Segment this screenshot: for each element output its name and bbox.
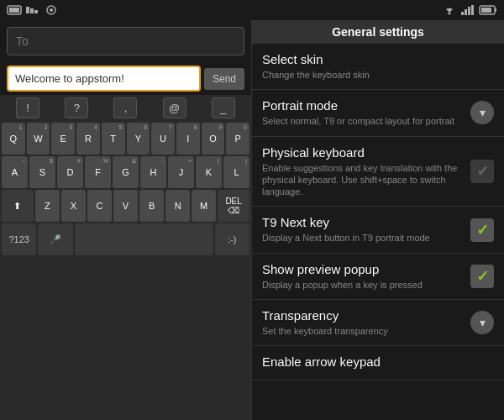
key-r[interactable]: 4R: [76, 123, 100, 155]
key-n[interactable]: N: [165, 190, 190, 222]
physical-keyboard-desc: Enable suggestions and key translation w…: [262, 162, 464, 198]
svg-rect-14: [481, 8, 491, 13]
wifi-icon: [442, 4, 457, 16]
portrait-mode-desc: Select normal, T9 or compact layout for …: [262, 115, 464, 127]
settings-item-portrait-mode[interactable]: Portrait mode Select normal, T9 or compa…: [252, 90, 504, 136]
key-k[interactable]: (K: [196, 156, 222, 188]
status-icon-3: [44, 4, 59, 16]
send-button[interactable]: Send: [204, 68, 244, 90]
settings-item-select-skin[interactable]: Select skin Change the keyboard skin: [252, 44, 504, 90]
svg-rect-13: [495, 8, 496, 12]
key-s[interactable]: $S: [29, 156, 55, 188]
special-keys-row: ! ? , @ _: [0, 95, 251, 121]
key-h[interactable]: -H: [140, 156, 166, 188]
key-e[interactable]: 3E: [51, 123, 75, 155]
key-at[interactable]: @: [163, 97, 186, 118]
battery-icon: [479, 4, 497, 16]
key-row-3: ⬆ Z X C V B N M DEL⌫: [2, 190, 249, 222]
settings-item-transparency[interactable]: Transparency Set the keyboard transparen…: [252, 300, 504, 346]
key-exclaim[interactable]: !: [16, 97, 39, 118]
transparency-desc: Set the keyboard transparency: [262, 325, 464, 337]
status-bar-right-icons: [442, 4, 497, 16]
delete-key[interactable]: DEL⌫: [218, 190, 249, 222]
key-j[interactable]: +J: [168, 156, 194, 188]
show-preview-popup-title: Show preview popup: [262, 262, 464, 276]
settings-header: General settings: [252, 20, 504, 44]
svg-rect-4: [34, 10, 38, 13]
right-panel: General settings Select skin Change the …: [252, 20, 504, 420]
key-z[interactable]: Z: [35, 190, 60, 222]
key-i[interactable]: 8I: [176, 123, 200, 155]
select-skin-desc: Change the keyboard skin: [262, 69, 494, 81]
main-content: Send ! ? , @ _ 1Q 2W 3E 4R 5T 6Y 7U 8I 9…: [0, 20, 504, 420]
svg-rect-9: [465, 9, 467, 15]
t9-next-key-checkbox[interactable]: ✓: [470, 218, 494, 242]
key-o[interactable]: 9O: [202, 123, 225, 155]
emoji-key[interactable]: :-): [215, 223, 249, 255]
portrait-mode-dropdown[interactable]: ▾: [470, 101, 494, 124]
transparency-dropdown[interactable]: ▾: [470, 311, 494, 334]
key-b[interactable]: B: [139, 190, 164, 222]
key-p[interactable]: 0P: [226, 123, 249, 155]
svg-point-6: [50, 8, 53, 12]
svg-rect-1: [9, 8, 19, 13]
key-a[interactable]: ~A: [2, 156, 28, 188]
message-input[interactable]: [7, 66, 201, 92]
transparency-title: Transparency: [262, 308, 464, 323]
key-row-2: ~A $S #D %F &G -H +J (K )L: [2, 156, 249, 188]
key-v[interactable]: V: [113, 190, 138, 222]
key-u[interactable]: 7U: [151, 123, 175, 155]
status-icon-2: [25, 4, 40, 16]
signal-icon: [460, 4, 475, 16]
status-bar-left-icons: [7, 4, 59, 16]
enable-arrow-keypad-title: Enable arrow keypad: [262, 354, 494, 369]
key-underscore[interactable]: _: [212, 97, 235, 118]
left-panel: Send ! ? , @ _ 1Q 2W 3E 4R 5T 6Y 7U 8I 9…: [0, 20, 252, 420]
key-question[interactable]: ?: [65, 97, 88, 118]
svg-rect-3: [30, 8, 34, 13]
physical-keyboard-checkbox[interactable]: ✓: [470, 160, 494, 183]
settings-item-physical-keyboard[interactable]: Physical keyboard Enable suggestions and…: [252, 137, 504, 207]
svg-rect-2: [26, 7, 29, 13]
key-l[interactable]: )L: [223, 156, 249, 188]
t9-next-key-title: T9 Next key: [262, 215, 464, 229]
key-row-4: ?123 🎤 :-): [2, 223, 249, 255]
key-w[interactable]: 2W: [27, 123, 50, 155]
t9-next-key-desc: Display a Next button in T9 portrait mod…: [262, 232, 464, 244]
keyboard: 1Q 2W 3E 4R 5T 6Y 7U 8I 9O 0P ~A $S #D %…: [0, 121, 251, 420]
portrait-mode-title: Portrait mode: [262, 98, 464, 113]
select-skin-title: Select skin: [262, 52, 494, 66]
key-t[interactable]: 5T: [102, 123, 125, 155]
key-f[interactable]: %F: [85, 156, 111, 188]
physical-keyboard-title: Physical keyboard: [262, 145, 464, 160]
svg-point-7: [449, 13, 451, 15]
message-area: Send: [0, 62, 251, 95]
space-key[interactable]: [75, 223, 213, 255]
key-c[interactable]: C: [87, 190, 112, 222]
settings-item-show-preview-popup[interactable]: Show preview popup Display a popup when …: [252, 254, 504, 300]
key-comma[interactable]: ,: [113, 97, 137, 118]
key-g[interactable]: &G: [113, 156, 139, 188]
key-row-1: 1Q 2W 3E 4R 5T 6Y 7U 8I 9O 0P: [2, 123, 249, 155]
key-q[interactable]: 1Q: [2, 123, 25, 155]
show-preview-popup-checkbox[interactable]: ✓: [470, 265, 494, 288]
to-input[interactable]: [7, 27, 244, 55]
settings-item-t9-next-key[interactable]: T9 Next key Display a Next button in T9 …: [252, 207, 504, 253]
settings-item-enable-arrow-keypad[interactable]: Enable arrow keypad: [252, 346, 504, 381]
svg-rect-10: [468, 7, 470, 15]
key-x[interactable]: X: [61, 190, 86, 222]
key-y[interactable]: 6Y: [127, 123, 150, 155]
svg-rect-8: [461, 12, 464, 15]
key-d[interactable]: #D: [57, 156, 83, 188]
status-bar: [0, 0, 504, 20]
to-field-container: [0, 20, 251, 62]
status-icon-1: [7, 4, 22, 16]
svg-rect-11: [471, 5, 474, 15]
show-preview-popup-desc: Display a popup when a key is pressed: [262, 279, 464, 291]
numbers-key[interactable]: ?123: [2, 223, 36, 255]
mic-key[interactable]: 🎤: [38, 223, 72, 255]
shift-key[interactable]: ⬆: [2, 190, 34, 222]
key-m[interactable]: M: [192, 190, 216, 222]
